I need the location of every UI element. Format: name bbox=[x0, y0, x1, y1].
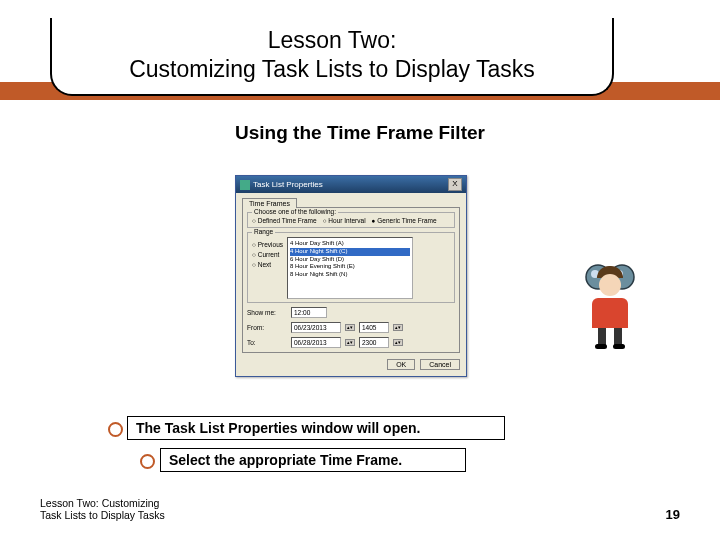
footer-line-2: Task Lists to Display Tasks bbox=[40, 509, 165, 521]
dialog-titlebar: Task List Properties X bbox=[236, 176, 466, 193]
to-time-field[interactable]: 2300 bbox=[359, 337, 389, 348]
footer-lesson-label: Lesson Two: Customizing Task Lists to Di… bbox=[40, 497, 165, 522]
radio-next[interactable]: Next bbox=[252, 261, 283, 268]
radio-hour[interactable]: Hour Interval bbox=[323, 217, 366, 224]
task-list-properties-dialog: Task List Properties X Time Frames Choos… bbox=[235, 175, 467, 377]
title-line-2: Customizing Task Lists to Display Tasks bbox=[72, 55, 592, 84]
close-icon[interactable]: X bbox=[448, 178, 462, 191]
slide-subtitle: Using the Time Frame Filter bbox=[0, 122, 720, 144]
show-me-label: Show me: bbox=[247, 309, 287, 316]
cancel-button[interactable]: Cancel bbox=[420, 359, 460, 370]
from-row: From: 06/23/2013 ▴▾ 1405 ▴▾ bbox=[247, 322, 455, 333]
list-item[interactable]: 6 Hour Day Shift (D) bbox=[290, 256, 410, 264]
tab-time-frames[interactable]: Time Frames bbox=[242, 198, 297, 208]
radio-current[interactable]: Current bbox=[252, 251, 283, 258]
list-item[interactable]: 8 Hour Evening Shift (E) bbox=[290, 263, 410, 271]
spinner-icon[interactable]: ▴▾ bbox=[393, 339, 403, 346]
bullet-icon bbox=[108, 422, 123, 437]
app-icon bbox=[240, 180, 250, 190]
bullet-icon bbox=[140, 454, 155, 469]
page-number: 19 bbox=[666, 507, 680, 522]
range-group-label: Range bbox=[252, 228, 275, 235]
choose-group-label: Choose one of the following: bbox=[252, 208, 338, 215]
title-container: Lesson Two: Customizing Task Lists to Di… bbox=[50, 18, 614, 96]
ok-button[interactable]: OK bbox=[387, 359, 415, 370]
radio-previous[interactable]: Previous bbox=[252, 241, 283, 248]
radio-defined[interactable]: Defined Time Frame bbox=[252, 217, 317, 224]
list-item[interactable]: 8 Hour Night Shift (N) bbox=[290, 271, 410, 279]
choose-group: Choose one of the following: Defined Tim… bbox=[247, 212, 455, 228]
spinner-icon[interactable]: ▴▾ bbox=[393, 324, 403, 331]
title-line-1: Lesson Two: bbox=[72, 26, 592, 55]
range-group: Range Previous Current Next 4 Hour Day S… bbox=[247, 232, 455, 303]
list-item[interactable]: 4 Hour Night Shift (C) bbox=[290, 248, 410, 256]
radio-generic[interactable]: Generic Time Frame bbox=[372, 217, 437, 224]
list-item[interactable]: 4 Hour Day Shift (A) bbox=[290, 240, 410, 248]
dialog-body: Time Frames Choose one of the following:… bbox=[236, 193, 466, 376]
spinner-icon[interactable]: ▴▾ bbox=[345, 339, 355, 346]
caption-1: The Task List Properties window will ope… bbox=[127, 416, 505, 440]
filter-type-radios: Defined Time Frame Hour Interval Generic… bbox=[252, 217, 450, 224]
dialog-title-text: Task List Properties bbox=[253, 180, 323, 189]
footer-line-1: Lesson Two: Customizing bbox=[40, 497, 159, 509]
from-date-field[interactable]: 06/23/2013 bbox=[291, 322, 341, 333]
tab-pane: Choose one of the following: Defined Tim… bbox=[242, 207, 460, 353]
dialog-buttons: OK Cancel bbox=[242, 359, 460, 370]
show-me-field[interactable]: 12:00 bbox=[291, 307, 327, 318]
to-label: To: bbox=[247, 339, 287, 346]
caption-2: Select the appropriate Time Frame. bbox=[160, 448, 466, 472]
to-date-field[interactable]: 06/28/2013 bbox=[291, 337, 341, 348]
from-label: From: bbox=[247, 324, 287, 331]
from-time-field[interactable]: 1405 bbox=[359, 322, 389, 333]
shift-listbox[interactable]: 4 Hour Day Shift (A) 4 Hour Night Shift … bbox=[287, 237, 413, 299]
binoculars-character-icon bbox=[570, 260, 650, 349]
spinner-icon[interactable]: ▴▾ bbox=[345, 324, 355, 331]
show-me-row: Show me: 12:00 bbox=[247, 307, 455, 318]
to-row: To: 06/28/2013 ▴▾ 2300 ▴▾ bbox=[247, 337, 455, 348]
